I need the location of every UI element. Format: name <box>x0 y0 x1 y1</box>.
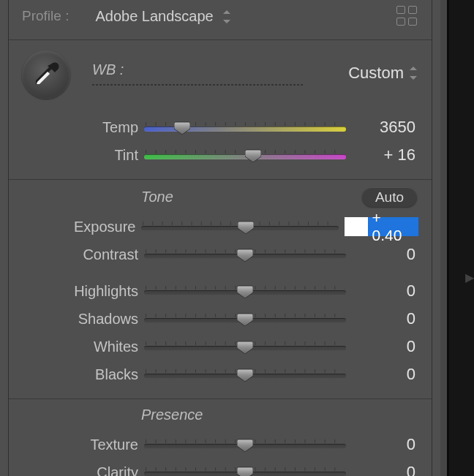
contrast-value[interactable]: 0 <box>352 245 418 264</box>
blacks-slider[interactable] <box>144 369 346 379</box>
wb-label: WB : <box>92 61 124 78</box>
blacks-value[interactable]: 0 <box>352 365 418 384</box>
temp-value[interactable]: 3650 <box>352 118 418 137</box>
wb-mode-dropdown[interactable]: Custom <box>348 64 418 83</box>
texture-row: Texture 0 <box>22 431 418 458</box>
clarity-row: Clarity 0 <box>22 458 418 476</box>
whites-slider[interactable] <box>144 341 346 352</box>
tint-value[interactable]: + 16 <box>352 146 418 165</box>
clarity-label: Clarity <box>22 464 138 477</box>
panel-edge: ▶ <box>440 0 474 476</box>
tone-title: Tone <box>141 189 362 205</box>
eyedropper-tool[interactable] <box>22 50 70 99</box>
shadows-value[interactable]: 0 <box>352 309 418 328</box>
contrast-slider[interactable] <box>144 249 346 260</box>
chevron-updown-icon <box>223 10 232 23</box>
profile-section: Profile : Adobe Landscape <box>9 0 432 40</box>
white-balance-section: WB : Custom Temp 3650 Tint <box>9 40 432 180</box>
profile-dropdown[interactable]: Adobe Landscape <box>95 8 396 25</box>
wb-mode-value: Custom <box>348 64 404 83</box>
shadows-label: Shadows <box>22 311 138 328</box>
contrast-row: Contrast 0 <box>22 241 418 268</box>
chevron-updown-icon <box>410 67 418 80</box>
profile-value-text: Adobe Landscape <box>95 8 213 24</box>
temp-row: Temp 3650 <box>22 113 418 141</box>
shadows-slider[interactable] <box>144 314 346 324</box>
blacks-label: Blacks <box>22 366 138 383</box>
profile-label: Profile : <box>22 8 69 24</box>
presence-title: Presence <box>141 407 418 423</box>
temp-label: Temp <box>22 119 138 136</box>
presence-section: Presence Texture 0 Clarity 0 <box>9 399 432 476</box>
tint-label: Tint <box>22 147 138 164</box>
exposure-row: Exposure + 0.40 <box>22 213 418 241</box>
texture-value[interactable]: 0 <box>352 435 418 454</box>
exposure-value-input[interactable]: + 0.40 <box>345 217 418 236</box>
whites-value[interactable]: 0 <box>352 337 418 356</box>
tone-section: Tone Auto Exposure + 0.40 Contrast <box>9 180 432 399</box>
clarity-slider[interactable] <box>144 467 346 476</box>
tint-row: Tint + 16 <box>22 141 418 169</box>
exposure-value-text: + 0.40 <box>368 217 419 236</box>
clarity-value[interactable]: 0 <box>352 463 418 476</box>
temp-slider[interactable] <box>144 122 346 132</box>
shadows-row: Shadows 0 <box>22 305 418 333</box>
auto-button[interactable]: Auto <box>362 187 417 207</box>
texture-label: Texture <box>22 437 138 453</box>
texture-slider[interactable] <box>144 439 346 450</box>
highlights-value[interactable]: 0 <box>352 282 418 301</box>
contrast-label: Contrast <box>22 246 138 263</box>
tint-slider[interactable] <box>144 150 346 160</box>
divider <box>92 84 303 86</box>
profile-browser-icon[interactable] <box>396 6 418 26</box>
blacks-row: Blacks 0 <box>22 360 418 388</box>
exposure-label: Exposure <box>22 219 135 235</box>
whites-row: Whites 0 <box>22 333 418 360</box>
highlights-label: Highlights <box>22 283 138 300</box>
exposure-slider[interactable] <box>141 222 339 232</box>
highlights-slider[interactable] <box>144 286 346 296</box>
eyedropper-icon <box>31 60 61 89</box>
whites-label: Whites <box>22 339 138 355</box>
highlights-row: Highlights 0 <box>22 277 418 305</box>
expand-arrow-icon[interactable]: ▶ <box>465 271 474 284</box>
